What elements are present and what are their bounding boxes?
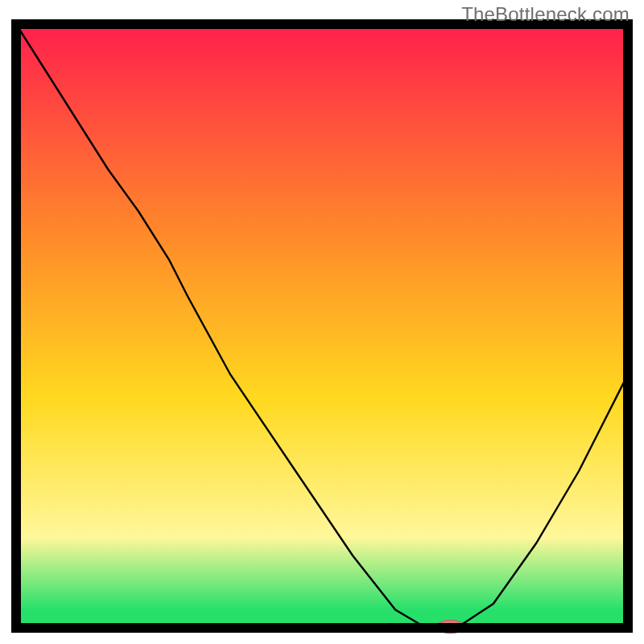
- watermark-text: TheBottleneck.com: [461, 3, 630, 26]
- plot-background: [16, 24, 628, 628]
- chart-container: { "watermark": "TheBottleneck.com", "col…: [0, 0, 644, 644]
- bottleneck-chart: [0, 0, 644, 644]
